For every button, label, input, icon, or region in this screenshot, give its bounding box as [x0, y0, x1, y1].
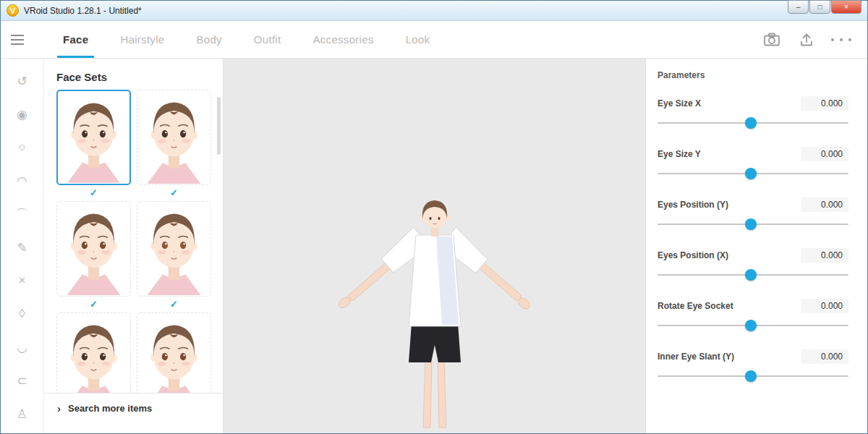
- minimize-button[interactable]: –: [788, 0, 809, 14]
- body-tool[interactable]: ♙: [1, 397, 43, 430]
- search-more-items-button[interactable]: › Search more items: [44, 393, 223, 433]
- window-controls: –□×: [787, 0, 861, 14]
- face-set-thumbnail[interactable]: [56, 201, 131, 297]
- parameter-row: Eye Size Y 0.000: [658, 147, 848, 197]
- face-set-item: ✓: [137, 201, 211, 312]
- applied-check-icon: ✓: [90, 297, 98, 312]
- parameter-row: Eye Size X 0.000: [658, 96, 848, 147]
- applied-check-icon: ✓: [90, 185, 98, 201]
- face-set-thumbnail[interactable]: [137, 312, 211, 393]
- eyes-tool[interactable]: ◉: [1, 98, 43, 131]
- tab-look[interactable]: Look: [390, 21, 446, 58]
- chevron-right-icon: ›: [57, 403, 61, 414]
- nav-actions: [759, 21, 857, 58]
- tab-outfit[interactable]: Outfit: [238, 21, 297, 58]
- eyebrows-tool[interactable]: ◠: [1, 164, 43, 197]
- menu-button[interactable]: [11, 21, 40, 58]
- slider-track[interactable]: [658, 122, 848, 124]
- face-set-thumbnail[interactable]: [137, 90, 211, 185]
- slider-knob[interactable]: [745, 117, 757, 129]
- nose-tool[interactable]: ◊: [1, 297, 43, 331]
- screenshot-camera-icon[interactable]: [759, 27, 785, 53]
- title-bar[interactable]: V VRoid Studio 1.28.1 - Untitled* –□×: [1, 1, 867, 21]
- 3d-viewport[interactable]: [224, 59, 645, 433]
- slider-track[interactable]: [658, 325, 848, 326]
- parameter-label: Inner Eye Slant (Y): [658, 352, 734, 362]
- main-content: ↺◉○◠⌒✎×◊◡⊂♙ Face Sets: [1, 59, 867, 433]
- tab-accessories[interactable]: Accessories: [297, 21, 389, 58]
- more-menu-kebab-icon[interactable]: [828, 27, 854, 53]
- tab-hairstyle[interactable]: Hairstyle: [104, 21, 180, 58]
- parameter-label: Eye Size Y: [658, 149, 701, 159]
- parameter-value-input[interactable]: 0.000: [801, 248, 848, 263]
- parameter-label: Eyes Position (Y): [658, 200, 728, 210]
- face-sets-scrollbar[interactable]: [217, 97, 221, 155]
- applied-check-icon: ✓: [170, 185, 178, 201]
- app-window: V VRoid Studio 1.28.1 - Untitled* –□× Fa…: [0, 0, 868, 434]
- close-button[interactable]: ×: [831, 0, 861, 14]
- eyelashes-tool[interactable]: ×: [1, 264, 43, 297]
- face-sets-tool[interactable]: ↺: [1, 64, 43, 98]
- parameter-row: Eyes Position (X) 0.000: [658, 248, 848, 299]
- face-set-item: [56, 312, 131, 393]
- parameters-title: Parameters: [658, 70, 848, 80]
- parameter-row: Eyes Position (Y) 0.000: [658, 197, 848, 248]
- applied-check-icon: ✓: [170, 297, 178, 312]
- mouth-tool[interactable]: ◡: [1, 331, 43, 364]
- face-set-item: ✓: [56, 201, 131, 312]
- tab-body[interactable]: Body: [180, 21, 237, 58]
- slider-track[interactable]: [658, 224, 848, 225]
- slider-knob[interactable]: [745, 269, 757, 281]
- maximize-button[interactable]: □: [809, 0, 830, 14]
- vroid-logo-icon: V: [7, 4, 19, 17]
- top-nav: FaceHairstyleBodyOutfitAccessoriesLook: [1, 21, 867, 59]
- parameter-value-input[interactable]: 0.000: [801, 349, 848, 364]
- face-set-thumbnail[interactable]: [56, 312, 131, 393]
- slider-track[interactable]: [658, 375, 848, 377]
- slider-knob[interactable]: [745, 168, 757, 179]
- tab-face[interactable]: Face: [47, 21, 104, 58]
- character-model: [326, 195, 543, 433]
- parameter-label: Rotate Eye Socket: [658, 301, 733, 311]
- face-set-thumbnail[interactable]: [56, 90, 131, 185]
- parameter-value-input[interactable]: 0.000: [801, 147, 848, 161]
- parameters-panel: Parameters Eye Size X 0.000 Eye Size Y 0…: [645, 59, 867, 433]
- parameter-value-input[interactable]: 0.000: [801, 96, 848, 111]
- eyeline-tool[interactable]: ⌒: [1, 197, 43, 231]
- face-sets-panel: Face Sets ✓: [44, 59, 224, 433]
- face-sets-grid: ✓ ✓: [44, 90, 223, 393]
- export-upload-icon[interactable]: [793, 27, 820, 53]
- parameter-row: Inner Eye Slant (Y) 0.000: [658, 349, 848, 400]
- parameter-label: Eye Size X: [658, 98, 701, 109]
- makeup-tool[interactable]: ✎: [1, 231, 43, 264]
- slider-knob[interactable]: [745, 218, 757, 230]
- slider-knob[interactable]: [745, 320, 757, 331]
- parameter-row: Rotate Eye Socket 0.000: [658, 299, 848, 349]
- face-set-item: ✓: [56, 90, 131, 201]
- tool-strip: ↺◉○◠⌒✎×◊◡⊂♙: [1, 59, 44, 433]
- slider-track[interactable]: [658, 173, 848, 174]
- parameter-list: Eye Size X 0.000 Eye Size Y 0.000 Eyes P…: [658, 96, 848, 400]
- parameter-value-input[interactable]: 0.000: [801, 299, 848, 313]
- face-contour-tool[interactable]: ○: [1, 131, 43, 164]
- parameter-value-input[interactable]: 0.000: [801, 197, 848, 212]
- search-more-label: Search more items: [68, 403, 152, 414]
- nav-tabs: FaceHairstyleBodyOutfitAccessoriesLook: [47, 21, 446, 58]
- face-set-thumbnail[interactable]: [137, 201, 211, 297]
- slider-track[interactable]: [658, 274, 848, 276]
- parameter-label: Eyes Position (X): [658, 250, 728, 260]
- window-title: VRoid Studio 1.28.1 - Untitled*: [24, 6, 142, 16]
- ears-tool[interactable]: ⊂: [1, 364, 43, 397]
- face-set-item: [137, 312, 211, 393]
- face-set-item: ✓: [137, 90, 211, 201]
- slider-knob[interactable]: [745, 370, 757, 382]
- face-sets-title: Face Sets: [44, 59, 223, 90]
